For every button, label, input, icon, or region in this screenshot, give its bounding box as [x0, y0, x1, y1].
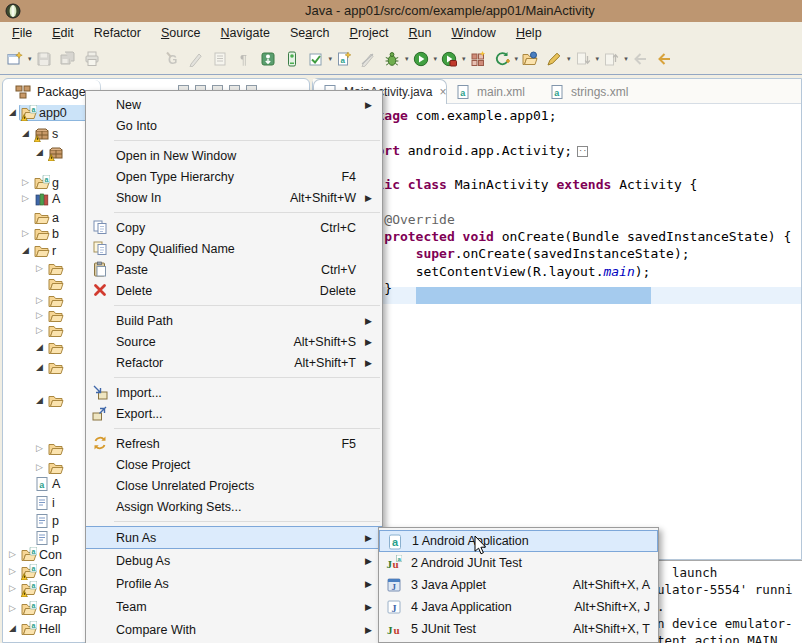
menu-item-show-in[interactable]: Show InAlt+Shift+W▶ — [86, 187, 382, 208]
submenu-item-5-junit-test[interactable]: Ju5 JUnit TestAlt+Shift+X, T — [379, 618, 658, 640]
expanded-arrow-icon[interactable]: ◢ — [9, 622, 16, 635]
expanded-arrow-icon[interactable]: ◢ — [36, 394, 43, 407]
expanded-arrow-icon[interactable]: ◢ — [22, 244, 29, 257]
toolbar-button-android-sdk-manager[interactable] — [257, 48, 279, 70]
menubar-item-run[interactable]: Run — [398, 23, 441, 43]
submenu-item-1-android-application[interactable]: a1 Android Application — [379, 530, 658, 552]
expanded-arrow-icon[interactable]: ◢ — [9, 106, 16, 119]
expanded-arrow-icon[interactable]: ◢ — [36, 361, 43, 374]
title-bar[interactable]: Java - app01/src/com/example/app01/MainA… — [0, 0, 802, 22]
menubar-item-help[interactable]: Help — [506, 23, 552, 43]
toolbar-button-run[interactable] — [410, 48, 432, 70]
folded-region-icon[interactable]: ·· — [577, 146, 588, 157]
menu-item-paste[interactable]: PasteCtrl+V — [86, 259, 382, 280]
menu-item-copy-qualified-name[interactable]: Copy Qualified Name — [86, 238, 382, 259]
toolbar-button-save-all[interactable] — [57, 48, 79, 70]
toolbar-button-lint-check[interactable] — [305, 48, 327, 70]
collapsed-arrow-icon[interactable]: ▷ — [36, 461, 43, 474]
menubar-item-refactor[interactable]: Refactor — [84, 23, 151, 43]
editor-tab-strings-xml[interactable]: astrings.xml — [541, 79, 641, 104]
toolbar-button-save[interactable] — [33, 48, 55, 70]
collapsed-arrow-icon[interactable]: ▷ — [36, 324, 43, 337]
toolbar-button-run-external-tools[interactable] — [438, 48, 460, 70]
toolbar-button-next-annotation[interactable] — [572, 48, 594, 70]
menu-item-debug-as[interactable]: Debug As▶ — [86, 549, 382, 572]
toolbar-button-show-source-of-element[interactable] — [209, 48, 231, 70]
menubar-item-edit[interactable]: Edit — [42, 23, 84, 43]
toolbar-button-show-whitespace[interactable]: ¶ — [233, 48, 255, 70]
toolbar-button-marker-pencil[interactable] — [543, 48, 565, 70]
menu-item-delete[interactable]: DeleteDelete — [86, 280, 382, 301]
menu-item-profile-as[interactable]: Profile As▶ — [86, 572, 382, 595]
menu-item-build-path[interactable]: Build Path▶ — [86, 310, 382, 331]
expanded-arrow-icon[interactable]: ◢ — [36, 341, 43, 354]
menubar-item-file[interactable]: File — [2, 23, 42, 43]
menubar-item-navigate[interactable]: Navigate — [211, 23, 280, 43]
menu-item-team[interactable]: Team▶ — [86, 595, 382, 618]
collapsed-arrow-icon[interactable]: ▷ — [36, 309, 43, 322]
dropdown-arrow-icon[interactable]: ▾ — [624, 55, 628, 63]
collapsed-arrow-icon[interactable]: ▷ — [22, 192, 29, 205]
dropdown-arrow-icon[interactable]: ▾ — [28, 55, 32, 63]
collapsed-arrow-icon[interactable]: ▷ — [9, 602, 16, 615]
collapsed-arrow-icon[interactable]: ▷ — [36, 294, 43, 307]
collapsed-arrow-icon[interactable]: ▷ — [22, 227, 29, 240]
toolbar-button-android-virtual-device-manager[interactable] — [281, 48, 303, 70]
toolbar-button-new-android-app[interactable]: a — [333, 48, 355, 70]
menu-item-run-as[interactable]: Run As▶ — [86, 526, 382, 549]
menubar-item-search[interactable]: Search — [280, 23, 340, 43]
submenu-item-2-android-junit-test[interactable]: Jua2 Android JUnit Test — [379, 552, 658, 574]
menu-item-source[interactable]: SourceAlt+Shift+S▶ — [86, 331, 382, 352]
menu-item-open-type-hierarchy[interactable]: Open Type HierarchyF4 — [86, 166, 382, 187]
menu-item-assign-working-sets[interactable]: Assign Working Sets... — [86, 496, 382, 517]
dropdown-arrow-icon[interactable]: ▾ — [462, 55, 466, 63]
menu-item-import[interactable]: Import... — [86, 382, 382, 403]
menubar-item-project[interactable]: Project — [340, 23, 399, 43]
menubar-item-source[interactable]: Source — [151, 23, 211, 43]
menu-item-refactor[interactable]: RefactorAlt+Shift+T▶ — [86, 352, 382, 373]
toolbar-button-debug[interactable] — [381, 48, 403, 70]
toolbar-button-java-search[interactable]: G — [161, 48, 183, 70]
toolbar-button-open-task[interactable] — [519, 48, 541, 70]
toolbar-button-mark-occurrences-pen[interactable] — [185, 48, 207, 70]
dropdown-arrow-icon[interactable]: ▾ — [567, 55, 571, 63]
dropdown-arrow-icon[interactable]: ▾ — [596, 55, 600, 63]
tree-item-label: A — [52, 192, 60, 206]
toolbar-button-new-wizard[interactable] — [4, 48, 26, 70]
collapsed-arrow-icon[interactable]: ▷ — [36, 442, 43, 455]
collapsed-arrow-icon[interactable]: ▷ — [36, 262, 43, 275]
menu-item-open-in-new-window[interactable]: Open in New Window — [86, 145, 382, 166]
toolbar-button-coverage[interactable] — [467, 48, 489, 70]
code-line — [353, 159, 791, 176]
menu-item-close-project[interactable]: Close Project — [86, 454, 382, 475]
submenu-item-4-java-application[interactable]: J4 Java ApplicationAlt+Shift+X, J — [379, 596, 658, 618]
dropdown-arrow-icon[interactable]: ▾ — [515, 55, 519, 63]
menu-item-go-into[interactable]: Go Into — [86, 115, 382, 136]
menu-item-export[interactable]: Export... — [86, 403, 382, 424]
menu-item-new[interactable]: New▶ — [86, 94, 382, 115]
toolbar-button-previous-annotation[interactable] — [600, 48, 622, 70]
submenu-item-3-java-applet[interactable]: J3 Java AppletAlt+Shift+X, A — [379, 574, 658, 596]
code-editor[interactable]: package com.example.app01; import androi… — [313, 104, 801, 559]
menu-item-refresh[interactable]: RefreshF5 — [86, 433, 382, 454]
menu-item-compare-with[interactable]: Compare With▶ — [86, 618, 382, 641]
editor-tab-main-xml[interactable]: amain.xml — [447, 79, 541, 104]
close-tab-icon[interactable]: × — [439, 85, 446, 99]
toolbar-button-back[interactable] — [629, 48, 651, 70]
toolbar-button-print[interactable] — [81, 48, 103, 70]
dropdown-arrow-icon[interactable]: ▾ — [405, 55, 409, 63]
dropdown-arrow-icon[interactable]: ▾ — [434, 55, 438, 63]
expanded-arrow-icon[interactable]: ◢ — [22, 127, 29, 140]
collapsed-arrow-icon[interactable]: ▷ — [22, 176, 29, 189]
collapsed-arrow-icon[interactable]: ▷ — [9, 548, 16, 561]
dropdown-arrow-icon[interactable]: ▾ — [329, 55, 333, 63]
toolbar-button-toggle-mark-occurrences[interactable] — [357, 48, 379, 70]
collapsed-arrow-icon[interactable]: ▷ — [9, 565, 16, 578]
menu-item-copy[interactable]: CopyCtrl+C — [86, 217, 382, 238]
menu-item-close-unrelated-projects[interactable]: Close Unrelated Projects — [86, 475, 382, 496]
menubar-item-window[interactable]: Window — [441, 23, 505, 43]
collapsed-arrow-icon[interactable]: ▷ — [9, 582, 16, 595]
toolbar-button-synchronize[interactable] — [491, 48, 513, 70]
expanded-arrow-icon[interactable]: ◢ — [36, 146, 43, 159]
toolbar-button-last-edit-location[interactable] — [653, 48, 675, 70]
